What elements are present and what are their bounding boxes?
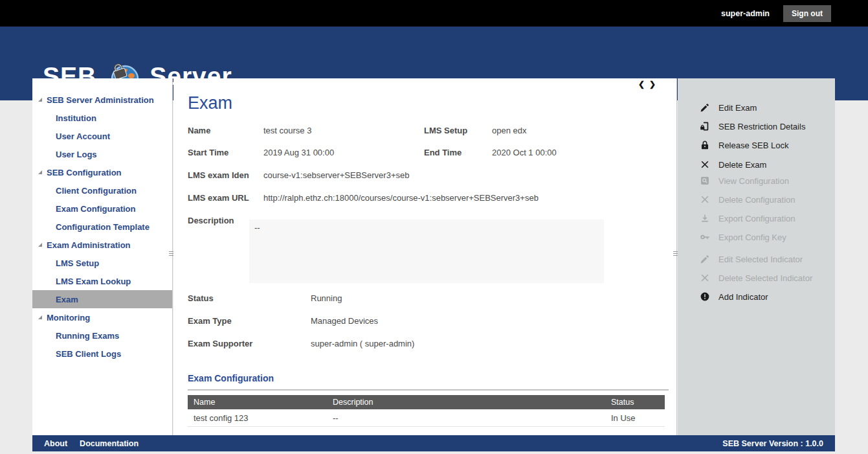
tree-expander-icon[interactable] [38,98,42,102]
exam-configuration-table: Name Description Status test config 123 … [188,395,665,427]
tree-expander-icon[interactable] [38,243,42,247]
table-row[interactable]: test config 123 -- In Use [188,409,665,427]
pencil-icon [699,102,710,113]
sidebar-item-exam-administration[interactable]: Exam Administration [32,236,172,254]
description-textarea: -- [249,220,604,283]
delete-selected-indicator-button: Delete Selected Indicator [678,270,835,286]
field-status: Status Running [188,292,296,304]
column-header-name: Name [188,398,327,407]
sidebar-item-monitoring[interactable]: Monitoring [32,308,172,326]
sidebar-item-seb-client-logs[interactable]: SEB Client Logs [32,345,172,363]
restriction-details-icon [699,121,710,132]
page-title: Exam [188,93,232,113]
view-configuration-button: View Configuration [678,173,835,188]
field-lms-exam-url: LMS exam URL http://ralph.ethz.ch:18000/… [188,192,249,203]
export-config-key-button: Export Config Key [678,229,835,245]
sidebar-sash-grip[interactable] [169,251,173,259]
add-indicator-button[interactable]: Add Indicator [678,289,835,304]
field-lms-setup: LMS Setup open edx [424,124,492,136]
field-exam-supporter: Exam Supporter super-admin ( super-admin… [188,337,296,349]
field-start-time: Start Time 2019 Aug 31 00:00 [188,146,249,158]
key-icon [699,232,710,243]
sidebar-item-seb-configuration[interactable]: SEB Configuration [32,163,172,181]
documentation-link[interactable]: Documentation [80,439,139,448]
top-bar: super-admin Sign out [0,0,868,27]
current-username: super-admin [721,9,770,18]
sidebar-nav: SEB Server Administration Institution Us… [32,78,172,435]
download-icon [699,213,710,224]
sidebar-item-lms-exam-lookup[interactable]: LMS Exam Lookup [32,272,172,290]
seb-restriction-details-button[interactable]: SEB Restriction Details [678,119,835,134]
field-exam-type: Exam Type Managed Devices [188,315,296,326]
chevron-right-icon[interactable]: ❯ [649,80,656,89]
field-name: Name test course 3 [188,124,249,136]
delete-exam-button[interactable]: Delete Exam [678,157,835,172]
exam-configuration-heading: Exam Configuration [188,373,274,383]
version-label: SEB Server Version : 1.0.0 [722,439,823,448]
field-description-label: Description [188,214,249,226]
sidebar-item-user-logs[interactable]: User Logs [32,145,172,163]
workspace-panel: SEB Server Administration Institution Us… [32,78,835,435]
sidebar-item-exam[interactable]: Exam [32,290,172,308]
export-configuration-button: Export Configuration [678,210,835,226]
sidebar-item-user-account[interactable]: User Account [32,127,172,145]
tree-expander-icon[interactable] [38,315,42,319]
column-header-status: Status [605,398,665,407]
delete-configuration-button: Delete Configuration [678,192,835,207]
pencil-icon [699,254,710,265]
footer-bar: About Documentation SEB Server Version :… [32,435,835,451]
action-panel-sash-grip[interactable] [673,251,678,259]
exam-detail-content: ❮ ❯ Exam Name test course 3 LMS Setup op… [173,78,676,435]
tree-expander-icon[interactable] [38,170,42,174]
x-icon [699,273,710,284]
release-seb-lock-button[interactable]: Release SEB Lock [678,137,835,153]
chevron-left-icon[interactable]: ❮ [638,80,645,89]
lock-icon [699,140,710,151]
edit-exam-button[interactable]: Edit Exam [678,100,835,115]
table-header-row: Name Description Status [188,395,665,409]
field-end-time: End Time 2020 Oct 1 00:00 [424,146,492,158]
sign-out-button[interactable]: Sign out [783,5,831,22]
sidebar-item-institution[interactable]: Institution [32,109,172,127]
x-icon [699,159,710,170]
edit-selected-indicator-button: Edit Selected Indicator [678,251,835,267]
column-header-description: Description [327,398,605,407]
pager-controls: ❮ ❯ [638,80,656,89]
view-magnifier-icon [699,176,710,187]
sidebar-item-seb-server-administration[interactable]: SEB Server Administration [32,91,172,109]
section-divider [188,389,669,391]
about-link[interactable]: About [44,439,67,448]
sidebar-item-configuration-template[interactable]: Configuration Template [32,218,172,236]
sidebar-item-lms-setup[interactable]: LMS Setup [32,254,172,272]
sidebar-item-running-exams[interactable]: Running Exams [32,326,172,345]
action-panel: Edit Exam SEB Restriction Details Releas… [678,78,835,435]
exclamation-circle-icon [699,291,710,302]
x-icon [699,194,710,205]
field-lms-exam-identifier: LMS exam Identifier course-v1:sebserver+… [188,169,249,181]
sidebar-item-exam-configuration[interactable]: Exam Configuration [32,199,172,218]
seb-server-app: super-admin Sign out SEB Server [0,0,868,454]
sidebar-item-client-configuration[interactable]: Client Configuration [32,181,172,199]
